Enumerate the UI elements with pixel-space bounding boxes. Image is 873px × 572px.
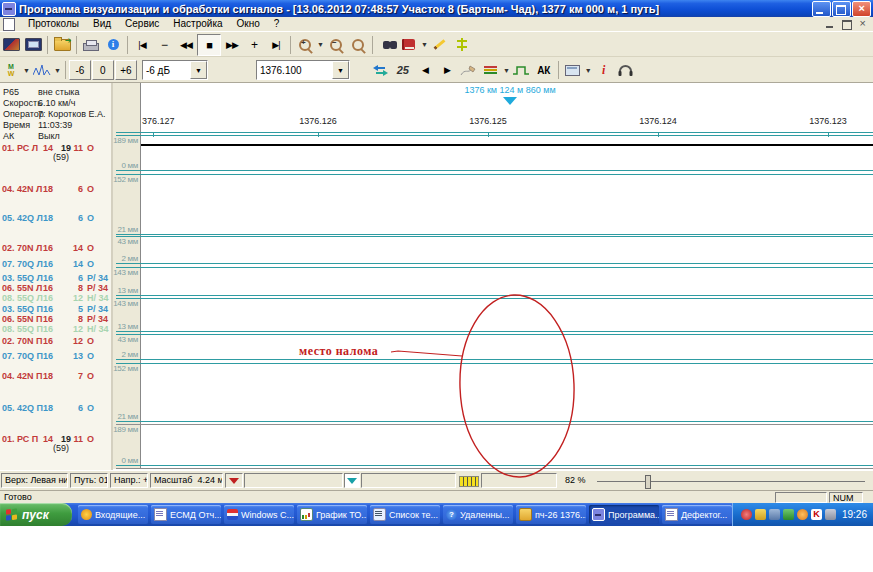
report-dropdown[interactable]: ▼	[421, 41, 428, 48]
stop-button[interactable]: ■	[197, 34, 221, 56]
update-tray-icon[interactable]	[783, 509, 794, 520]
taskbar-button[interactable]: ЕСМД Отч...	[151, 505, 221, 524]
messenger-tray-icon[interactable]	[769, 509, 780, 520]
mw-dropdown[interactable]: ▼	[23, 67, 30, 74]
zoom-dropdown[interactable]: ▼	[317, 41, 324, 48]
antivirus-tray-icon[interactable]: K	[811, 509, 822, 520]
menu-item-2[interactable]: Сервис	[118, 18, 166, 29]
position-slider-thumb[interactable]	[645, 475, 651, 489]
swap-direction-button[interactable]	[370, 60, 392, 80]
child-window-icon[interactable]	[3, 18, 15, 31]
ak-button[interactable]: АК	[533, 60, 555, 80]
volume-tray-icon[interactable]	[825, 509, 836, 520]
agent-tray-icon[interactable]	[797, 509, 808, 520]
taskbar-button[interactable]: Входящие...	[78, 505, 148, 524]
taskbar-button[interactable]: Список те...	[370, 505, 440, 524]
rewind-button[interactable]: ◀◀	[175, 35, 197, 55]
windows-view-button[interactable]	[22, 35, 44, 55]
red-marker-button[interactable]	[225, 473, 243, 488]
zoom-in-button[interactable]: +	[294, 35, 316, 55]
bscan-chart[interactable]: 1376 км 124 м 860 мм 376.1271376.1261376…	[113, 83, 873, 470]
km-axis-label: 1376.123	[809, 116, 847, 126]
km-axis-label: 1376.126	[299, 116, 337, 126]
mail-tray-icon[interactable]	[755, 509, 766, 520]
db-combobox[interactable]: -6 дБ▼	[142, 60, 208, 80]
report-button[interactable]	[398, 35, 420, 55]
coord-combo-arrow-icon[interactable]: ▼	[332, 61, 349, 79]
cyan-marker-button[interactable]	[344, 473, 360, 488]
taskbar-button[interactable]: Программа...	[589, 505, 659, 524]
main-area: Р65вне стыкаСкорость6.10 км/чОператор7: …	[0, 82, 873, 470]
info-row: АКВыкл	[0, 131, 113, 141]
channel-gain: 16	[40, 259, 53, 269]
channel-name: 06. 55N Л	[2, 283, 42, 293]
child-restore-button[interactable]	[840, 19, 853, 30]
position-slider-track[interactable]	[597, 481, 865, 482]
gain-zero-button[interactable]: 0	[92, 60, 114, 80]
channel-row: 03. 55Q П165Р/ 34	[0, 304, 113, 314]
color-lines-button[interactable]	[480, 60, 502, 80]
channel-name: 04. 42N П	[2, 371, 43, 381]
faster-button[interactable]: +	[243, 35, 265, 55]
go-last-button[interactable]: ▶|	[265, 35, 287, 55]
next-defect-button[interactable]: ▶	[436, 60, 458, 80]
display-button[interactable]	[0, 35, 22, 55]
break-location-annotation: место налома	[299, 344, 378, 359]
minimize-button[interactable]	[812, 1, 831, 17]
marks-button[interactable]: i	[593, 60, 615, 80]
zoom-out-button[interactable]: −	[325, 35, 347, 55]
prev-defect-button[interactable]: ◀	[414, 60, 436, 80]
info-button[interactable]: i	[102, 35, 124, 55]
coordinate-combobox[interactable]: 1376.100▼	[256, 60, 350, 80]
menu-item-5[interactable]: ?	[267, 18, 287, 29]
child-minimize-button[interactable]	[824, 19, 837, 30]
slower-button[interactable]: −	[153, 35, 175, 55]
close-button[interactable]: ×	[852, 1, 871, 17]
list-task-icon	[373, 508, 386, 521]
hand-mark-button[interactable]	[458, 60, 480, 80]
taskbar-button[interactable]: пч-26 1376...	[516, 505, 586, 524]
depth-label: 0 мм	[113, 161, 138, 170]
mw-mode-button[interactable]: MW	[0, 60, 22, 80]
taskbar-button[interactable]: Дефектог...	[662, 505, 732, 524]
open-folder-icon	[54, 39, 71, 51]
joint-marker-button[interactable]	[451, 35, 473, 55]
child-close-button[interactable]: ×	[856, 19, 869, 30]
maximize-button[interactable]	[832, 1, 851, 17]
gain-minus6-button[interactable]: -6	[69, 60, 91, 80]
go-first-button[interactable]: |◀	[131, 35, 153, 55]
gain-plus6-button[interactable]: +6	[115, 60, 137, 80]
taskbar-button[interactable]: ?Удаленны...	[443, 505, 513, 524]
start-button[interactable]: пуск	[0, 503, 72, 526]
color-lines-dropdown[interactable]: ▼	[503, 67, 510, 74]
depth-label: 2 мм	[113, 254, 138, 263]
panel-view-dropdown[interactable]: ▼	[585, 67, 592, 74]
zoom-window-button[interactable]	[347, 35, 369, 55]
search-button[interactable]	[376, 35, 398, 55]
scan-size-button[interactable]: 25	[392, 60, 414, 80]
info-value: вне стыка	[38, 87, 80, 97]
audio-button[interactable]	[615, 60, 637, 80]
db-combo-arrow-icon[interactable]: ▼	[190, 61, 207, 79]
swap-arrows-icon	[373, 65, 388, 76]
play-forward-button[interactable]: ▶▶	[221, 35, 243, 55]
waveform-button[interactable]	[31, 60, 53, 80]
player-tray-icon[interactable]	[741, 509, 752, 520]
taskbar-button[interactable]: Windows C...	[224, 505, 294, 524]
menu-item-4[interactable]: Окно	[230, 18, 267, 29]
menu-item-0[interactable]: Протоколы	[21, 18, 86, 29]
print-button[interactable]	[80, 35, 102, 55]
channel-name: 05. 42Q П	[2, 403, 43, 413]
edit-button[interactable]	[429, 35, 451, 55]
menu-item-3[interactable]: Настройка	[166, 18, 229, 29]
strobe-button[interactable]	[511, 60, 533, 80]
strip-top-line	[116, 236, 873, 237]
taskbar-button[interactable]: График ТО...	[297, 505, 367, 524]
depth-label: 152 мм	[113, 175, 138, 184]
panel-view-button[interactable]	[562, 60, 584, 80]
waveform-dropdown[interactable]: ▼	[54, 67, 61, 74]
menu-item-1[interactable]: Вид	[86, 18, 118, 29]
channel-status: О	[87, 213, 94, 223]
open-file-button[interactable]	[51, 35, 73, 55]
channel-status: О	[87, 143, 94, 153]
